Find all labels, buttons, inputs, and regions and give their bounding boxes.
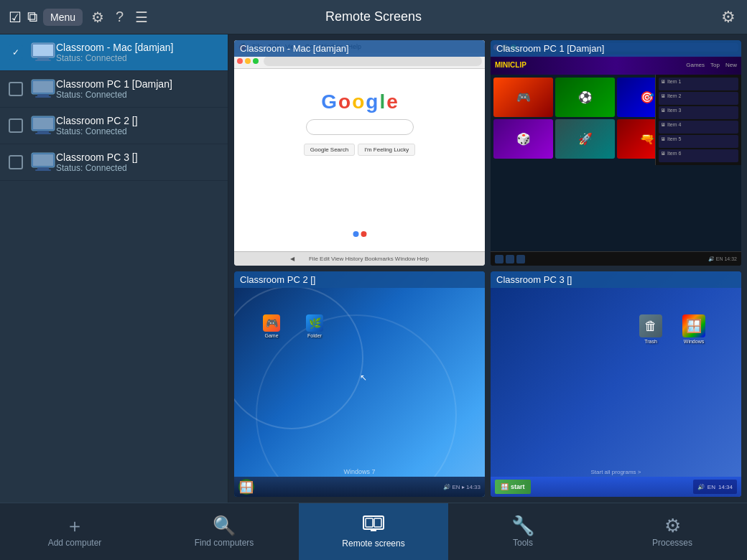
sidebar-info-pc2: Classroom PC 2 [] Status: Connected (56, 115, 219, 136)
processes-label: Processes (652, 538, 692, 548)
main-layout: Classroom - Mac [damjan] Status: Connect… (0, 34, 747, 503)
svg-rect-1 (33, 45, 53, 56)
computer-icon-pc3 (30, 152, 56, 172)
checkbox-mac-damjan[interactable] (9, 45, 23, 60)
svg-rect-11 (35, 133, 51, 134)
xp-icon-trash: 🗑 Trash (639, 314, 662, 344)
menu-button[interactable]: Menu (43, 9, 83, 26)
sidebar: Classroom - Mac [damjan] Status: Connect… (0, 34, 228, 503)
mac-browser: Google Google Search I'm Feeling Lucky (234, 53, 485, 251)
processes-button[interactable]: ⚙ Processes (598, 503, 747, 560)
screen-title-pc1-damjan: Classroom PC 1 [Damjan] (491, 40, 741, 57)
remote-screens-button[interactable]: Remote screens (299, 503, 448, 560)
header-left: ☑ ⧉ Menu ⚙ ? ☰ (9, 6, 151, 29)
sidebar-item-pc1-damjan[interactable]: Classroom PC 1 [Damjan] Status: Connecte… (0, 71, 228, 108)
screen-title-pc2: Classroom PC 2 [] (234, 271, 485, 288)
screen-grid: Classroom - Mac [damjan] 🍎FileEditViewGo… (228, 34, 747, 503)
sidebar-item-pc3[interactable]: Classroom PC 3 [] Status: Connected (0, 144, 228, 181)
computer-icon-pc1 (30, 79, 56, 99)
screen-tile-pc3[interactable]: Classroom PC 3 [] 🪟 Windows 🗑 Trash 🪟 st (491, 271, 741, 497)
win7-icon-2: 🌿 Folder (306, 314, 323, 338)
svg-rect-3 (35, 60, 51, 61)
add-icon: ＋ (65, 516, 84, 535)
help-icon[interactable]: ? (113, 6, 126, 28)
screen-tile-pc2[interactable]: Classroom PC 2 [] 🎮 Game 🌿 Folder (234, 271, 485, 497)
sidebar-info-pc1: Classroom PC 1 [Damjan] Status: Connecte… (56, 78, 219, 100)
find-icon: 🔍 (213, 516, 236, 535)
global-settings-icon[interactable]: ⚙ (718, 5, 738, 29)
sidebar-name-pc3: Classroom PC 3 [] (56, 151, 219, 163)
sidebar-name-mac-damjan: Classroom - Mac [damjan] (56, 42, 219, 53)
win7-icon-1: 🎮 Game (263, 314, 280, 338)
sidebar-info-pc3: Classroom PC 3 [] Status: Connected (56, 151, 219, 173)
add-computer-button[interactable]: ＋ Add computer (0, 503, 149, 560)
mac-taskbar: ◀File Edit View History Bookmarks Window… (234, 251, 485, 266)
svg-rect-18 (374, 518, 381, 527)
screen-tile-pc1-damjan[interactable]: Classroom PC 1 [Damjan] MINICLIP (491, 40, 741, 266)
checkbox-pc1-damjan[interactable] (9, 82, 23, 96)
remote-screens-label: Remote screens (342, 538, 404, 549)
checkbox-pc3[interactable] (9, 155, 23, 169)
add-computer-label: Add computer (48, 538, 102, 548)
svg-rect-9 (33, 118, 53, 129)
remote-screens-icon (363, 515, 384, 536)
settings-icon[interactable]: ⚙ (88, 6, 107, 29)
svg-rect-15 (35, 169, 51, 171)
screen-content-mac-damjan: 🍎FileEditViewGoWindowHelp Google (234, 40, 485, 266)
sidebar-item-pc2[interactable]: Classroom PC 2 [] Status: Connected (0, 108, 228, 144)
sidebar-name-pc2: Classroom PC 2 [] (56, 115, 219, 126)
find-computers-button[interactable]: 🔍 Find computers (149, 503, 299, 560)
computer-icon-pc2 (30, 116, 56, 136)
app-title: Remote Screens (325, 9, 422, 24)
sidebar-status-pc2: Status: Connected (56, 126, 219, 136)
processes-icon: ⚙ (664, 516, 681, 535)
copy-icon[interactable]: ⧉ (27, 9, 37, 25)
checkbox-pc2[interactable] (9, 118, 23, 133)
app-header: ☑ ⧉ Menu ⚙ ? ☰ Remote Screens ⚙ (0, 0, 747, 34)
svg-rect-7 (35, 96, 51, 98)
svg-rect-2 (37, 57, 49, 60)
svg-rect-14 (37, 167, 49, 169)
screen-content-pc3: 🪟 Windows 🗑 Trash 🪟 start 🔊EN14:34 (491, 271, 741, 497)
svg-rect-10 (37, 131, 49, 133)
bottom-navigation: ＋ Add computer 🔍 Find computers Remote s… (0, 503, 747, 560)
svg-rect-5 (33, 81, 53, 93)
computer-icon-mac-damjan (30, 42, 56, 62)
sidebar-status-mac-damjan: Status: Connected (56, 53, 219, 63)
xp-icon-windows: 🪟 Windows (682, 314, 705, 344)
list-icon[interactable]: ☰ (132, 6, 151, 29)
find-computers-label: Find computers (195, 538, 254, 548)
sidebar-info-mac-damjan: Classroom - Mac [damjan] Status: Connect… (56, 42, 219, 63)
tools-icon: 🔧 (511, 516, 534, 535)
sidebar-name-pc1: Classroom PC 1 [Damjan] (56, 78, 219, 90)
sidebar-item-mac-damjan[interactable]: Classroom - Mac [damjan] Status: Connect… (0, 34, 228, 71)
svg-rect-13 (33, 154, 53, 166)
screen-content-pc2: 🎮 Game 🌿 Folder ↖ 🪟 🔊 EN ▸ 14:33 Wind (234, 271, 485, 497)
select-all-icon[interactable]: ☑ (9, 9, 22, 26)
screen-tile-mac-damjan[interactable]: Classroom - Mac [damjan] 🍎FileEditViewGo… (234, 40, 485, 266)
screen-content-pc1: MINICLIP GamesTopNew 🎮 ⚽ 🎯 🏆 (491, 40, 741, 266)
sidebar-status-pc3: Status: Connected (56, 163, 219, 173)
sidebar-status-pc1: Status: Connected (56, 90, 219, 100)
tools-button[interactable]: 🔧 Tools (448, 503, 598, 560)
screen-title-mac-damjan: Classroom - Mac [damjan] (234, 40, 485, 57)
screen-title-pc3: Classroom PC 3 [] (491, 271, 741, 288)
svg-rect-6 (37, 94, 49, 96)
svg-rect-17 (366, 518, 373, 527)
tools-label: Tools (513, 538, 533, 548)
